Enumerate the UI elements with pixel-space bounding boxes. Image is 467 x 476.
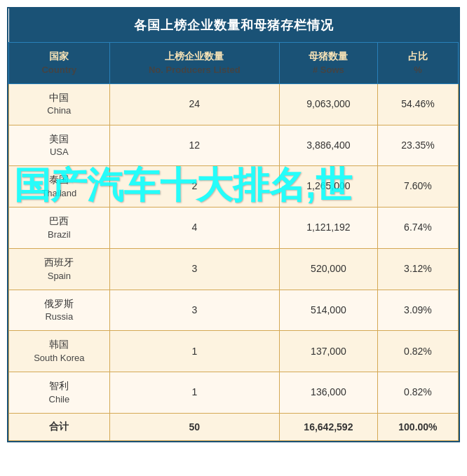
cell-country: 西班牙 Spain (9, 248, 110, 290)
total-label: 合计 (9, 414, 110, 441)
cell-sows: 520,000 (279, 248, 377, 290)
header-pct: 占比 % (377, 43, 458, 84)
cell-country: 俄罗斯 Russia (9, 290, 110, 331)
table-row: 西班牙 Spain 3 520,000 3.12% (9, 248, 459, 290)
cell-pct: 6.74% (377, 208, 458, 249)
table-row: 韩国 South Korea 1 137,000 0.82% (9, 331, 459, 372)
cell-country: 中国 China (9, 83, 110, 125)
cell-producers: 24 (109, 83, 279, 125)
cell-pct: 3.09% (377, 290, 458, 331)
cell-producers: 1 (109, 372, 279, 414)
main-table: 各国上榜企业数量和母猪存栏情况 国家 Country 上榜企业数量 No. Pr… (8, 8, 459, 441)
cell-country: 美国 USA (9, 125, 110, 166)
cell-pct: 0.82% (377, 372, 458, 414)
total-row: 合计 50 16,642,592 100.00% (9, 414, 459, 441)
cell-producers: 2 (109, 166, 279, 208)
cell-country: 巴西 Brazil (9, 208, 110, 249)
cell-country: 泰国 Thailand (9, 166, 110, 208)
table-row: 泰国 Thailand 2 1,265,000 7.60% (9, 166, 459, 208)
cell-sows: 3,886,400 (279, 125, 377, 166)
cell-pct: 54.46% (377, 83, 458, 125)
table-row: 巴西 Brazil 4 1,121,192 6.74% (9, 208, 459, 249)
cell-producers: 12 (109, 125, 279, 166)
cell-pct: 3.12% (377, 248, 458, 290)
header-sows: 母猪数量 # Sows (279, 43, 377, 84)
cell-producers: 1 (109, 331, 279, 372)
table-body: 中国 China 24 9,063,000 54.46% 美国 USA 12 3… (9, 83, 459, 440)
cell-sows: 9,063,000 (279, 83, 377, 125)
cell-sows: 514,000 (279, 290, 377, 331)
cell-pct: 0.82% (377, 331, 458, 372)
cell-pct: 23.35% (377, 125, 458, 166)
cell-sows: 1,265,000 (279, 166, 377, 208)
table-wrapper: 国产汽车十大排名,世 各国上榜企业数量和母猪存栏情况 国家 Country 上榜… (7, 7, 460, 442)
table-container: 各国上榜企业数量和母猪存栏情况 国家 Country 上榜企业数量 No. Pr… (7, 7, 460, 442)
cell-producers: 3 (109, 290, 279, 331)
total-producers: 50 (109, 414, 279, 441)
total-sows: 16,642,592 (279, 414, 377, 441)
cell-sows: 137,000 (279, 331, 377, 372)
header-country: 国家 Country (9, 43, 110, 84)
header-producers: 上榜企业数量 No. Producers Listed (109, 43, 279, 84)
cell-sows: 1,121,192 (279, 208, 377, 249)
table-row: 智利 Chile 1 136,000 0.82% (9, 372, 459, 414)
header-row: 国家 Country 上榜企业数量 No. Producers Listed 母… (9, 43, 459, 84)
cell-producers: 4 (109, 208, 279, 249)
table-title: 各国上榜企业数量和母猪存栏情况 (9, 8, 459, 43)
cell-country: 智利 Chile (9, 372, 110, 414)
table-row: 美国 USA 12 3,886,400 23.35% (9, 125, 459, 166)
table-row: 中国 China 24 9,063,000 54.46% (9, 83, 459, 125)
cell-pct: 7.60% (377, 166, 458, 208)
cell-sows: 136,000 (279, 372, 377, 414)
table-row: 俄罗斯 Russia 3 514,000 3.09% (9, 290, 459, 331)
title-row: 各国上榜企业数量和母猪存栏情况 (9, 8, 459, 43)
total-pct: 100.00% (377, 414, 458, 441)
cell-country: 韩国 South Korea (9, 331, 110, 372)
cell-producers: 3 (109, 248, 279, 290)
